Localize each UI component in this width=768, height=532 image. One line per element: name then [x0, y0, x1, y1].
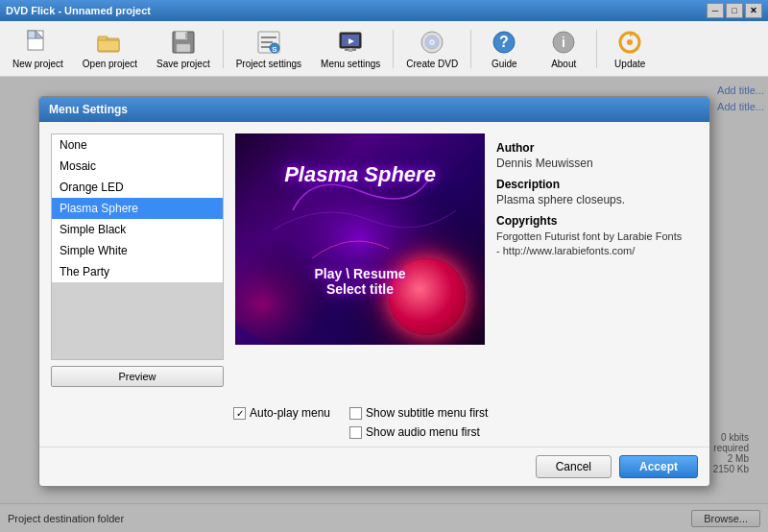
toolbar-guide[interactable]: ? Guide	[475, 24, 533, 74]
svg-text:?: ?	[499, 34, 509, 50]
dialog-title: Menu Settings	[39, 97, 709, 122]
toolbar-about[interactable]: i About	[535, 24, 592, 74]
menu-item-mosaic[interactable]: Mosaic	[52, 156, 223, 177]
menu-item-orange-led[interactable]: Orange LED	[52, 177, 223, 198]
dialog-body: None Mosaic Orange LED Plasma Sphere Sim…	[39, 122, 709, 399]
main-area: Add title... Add title... 0 kbits Harddi…	[0, 77, 768, 532]
menu-item-plasma-sphere[interactable]: Plasma Sphere	[52, 198, 223, 219]
author-label: Author	[496, 141, 698, 155]
svg-point-31	[627, 39, 633, 45]
save-project-label: Save project	[156, 59, 210, 69]
toolbar: New project Open project Save project	[0, 21, 768, 77]
audio-label: Show audio menu first	[366, 425, 480, 439]
toolbar-update[interactable]: Update	[601, 24, 659, 74]
svg-rect-20	[348, 48, 352, 52]
cancel-button[interactable]: Cancel	[536, 455, 612, 478]
subtitle-label: Show subtitle menu first	[366, 406, 488, 420]
info-panel: Author Dennis Meuwissen Description Plas…	[496, 133, 698, 387]
auto-play-label: Auto-play menu	[250, 406, 330, 420]
toolbar-sep-3	[470, 30, 471, 68]
update-icon	[614, 29, 645, 57]
menu-list-empty-space	[52, 282, 223, 359]
svg-text:S: S	[272, 45, 277, 54]
menu-item-the-party[interactable]: The Party	[52, 261, 223, 282]
preview-button[interactable]: Preview	[51, 366, 224, 387]
guide-icon: ?	[489, 29, 519, 57]
menu-item-simple-white[interactable]: Simple White	[52, 240, 223, 261]
svg-text:i: i	[562, 35, 565, 50]
menu-settings-icon	[335, 29, 366, 57]
window-title: DVD Flick - Unnamed project	[6, 5, 151, 16]
options-right: Show subtitle menu first Show audio menu…	[349, 406, 488, 439]
menu-item-simple-black[interactable]: Simple Black	[52, 219, 223, 240]
create-dvd-label: Create DVD	[406, 59, 458, 69]
toolbar-sep-4	[596, 30, 597, 68]
preview-play-resume: Play \ Resume	[235, 266, 485, 281]
svg-rect-5	[98, 40, 119, 51]
audio-checkbox[interactable]	[349, 426, 362, 439]
preview-image: Plasma Sphere Play \ Resume Select title	[235, 133, 485, 345]
subtitle-option[interactable]: Show subtitle menu first	[349, 406, 488, 420]
toolbar-save-project[interactable]: Save project	[148, 24, 219, 74]
svg-rect-8	[177, 44, 190, 52]
minimize-button[interactable]: ─	[707, 3, 724, 18]
create-dvd-icon	[417, 29, 447, 57]
accept-button[interactable]: Accept	[619, 455, 698, 478]
menu-settings-label: Menu settings	[321, 59, 380, 69]
menu-list-section: None Mosaic Orange LED Plasma Sphere Sim…	[51, 133, 224, 387]
project-settings-label: Project settings	[236, 59, 301, 69]
toolbar-sep-1	[223, 30, 224, 68]
save-project-icon	[168, 29, 199, 57]
dialog-overlay: Menu Settings None Mosaic Orange LED Pla…	[0, 77, 768, 532]
open-project-label: Open project	[83, 59, 137, 69]
preview-menu-items: Play \ Resume Select title	[235, 266, 485, 297]
subtitle-checkbox[interactable]	[349, 407, 362, 420]
preview-select-title: Select title	[235, 281, 485, 297]
new-project-icon	[22, 29, 53, 57]
description-value: Plasma sphere closeups.	[496, 193, 698, 206]
update-label: Update	[614, 59, 645, 69]
restore-button[interactable]: □	[726, 3, 743, 18]
options-row: Auto-play menu Show subtitle menu first …	[39, 399, 709, 447]
about-icon: i	[548, 29, 579, 57]
toolbar-create-dvd[interactable]: Create DVD	[397, 24, 467, 74]
author-value: Dennis Meuwissen	[496, 157, 698, 170]
copyrights-value: Forgotten Futurist font by Larabie Fonts…	[496, 230, 698, 259]
menu-settings-dialog: Menu Settings None Mosaic Orange LED Pla…	[38, 96, 710, 487]
new-project-label: New project	[12, 59, 63, 69]
toolbar-new-project[interactable]: New project	[4, 24, 72, 74]
title-bar: DVD Flick - Unnamed project ─ □ ✕	[0, 0, 768, 21]
description-label: Description	[496, 178, 698, 191]
svg-rect-1	[28, 31, 36, 38]
audio-option[interactable]: Show audio menu first	[349, 425, 488, 439]
auto-play-checkbox[interactable]	[233, 407, 246, 420]
window-controls: ─ □ ✕	[707, 3, 762, 18]
toolbar-sep-2	[393, 30, 394, 68]
options-left: Auto-play menu	[233, 406, 330, 420]
svg-rect-9	[185, 33, 187, 38]
menu-item-none[interactable]: None	[52, 134, 223, 156]
menu-list: None Mosaic Orange LED Plasma Sphere Sim…	[51, 133, 224, 360]
toolbar-menu-settings[interactable]: Menu settings	[312, 24, 389, 74]
close-button[interactable]: ✕	[745, 3, 762, 18]
about-label: About	[551, 59, 576, 69]
guide-label: Guide	[492, 59, 517, 69]
toolbar-open-project[interactable]: Open project	[74, 24, 146, 74]
auto-play-option[interactable]: Auto-play menu	[233, 406, 330, 420]
preview-title: Plasma Sphere	[235, 162, 485, 187]
dialog-footer: Cancel Accept	[39, 447, 709, 486]
open-project-icon	[94, 29, 125, 57]
copyrights-label: Copyrights	[496, 214, 698, 228]
project-settings-icon: S	[253, 29, 284, 57]
toolbar-project-settings[interactable]: S Project settings	[228, 24, 310, 74]
